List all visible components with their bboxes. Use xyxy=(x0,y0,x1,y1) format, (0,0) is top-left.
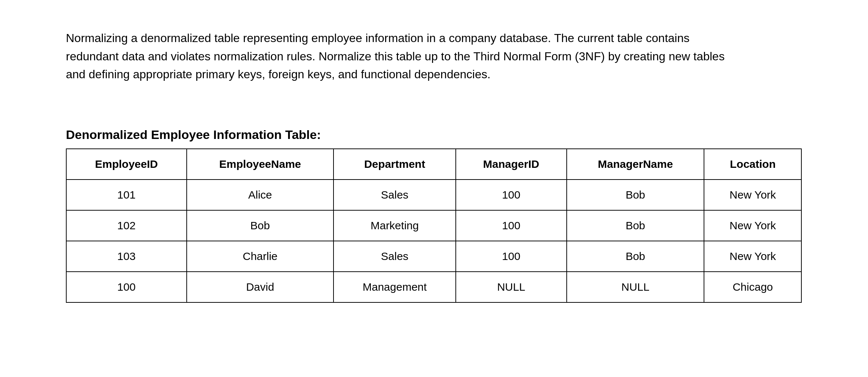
table-cell-department: Sales xyxy=(334,180,456,210)
table-cell-location: Chicago xyxy=(704,272,801,302)
table-cell-employeename: Alice xyxy=(187,180,334,210)
table-cell-department: Management xyxy=(334,272,456,302)
table-cell-managerid: 100 xyxy=(456,210,567,241)
table-cell-department: Marketing xyxy=(334,210,456,241)
table-cell-location: New York xyxy=(704,180,801,210)
col-header-department: Department xyxy=(334,149,456,180)
table-cell-managername: Bob xyxy=(567,210,704,241)
table-header-row: EmployeeID EmployeeName Department Manag… xyxy=(66,149,801,180)
table-cell-employeeid: 102 xyxy=(66,210,187,241)
table-row: 102BobMarketing100BobNew York xyxy=(66,210,801,241)
col-header-employeename: EmployeeName xyxy=(187,149,334,180)
col-header-managername: ManagerName xyxy=(567,149,704,180)
table-row: 103CharlieSales100BobNew York xyxy=(66,241,801,272)
col-header-managerid: ManagerID xyxy=(456,149,567,180)
table-cell-employeename: David xyxy=(187,272,334,302)
table-cell-managerid: 100 xyxy=(456,180,567,210)
table-section: Denormalized Employee Information Table:… xyxy=(66,128,802,303)
description-text: Normalizing a denormalized table represe… xyxy=(66,29,725,84)
col-header-employeeid: EmployeeID xyxy=(66,149,187,180)
employee-table: EmployeeID EmployeeName Department Manag… xyxy=(66,148,802,303)
table-title: Denormalized Employee Information Table: xyxy=(66,128,802,142)
table-cell-employeeid: 100 xyxy=(66,272,187,302)
table-cell-employeename: Bob xyxy=(187,210,334,241)
col-header-location: Location xyxy=(704,149,801,180)
table-cell-employeeid: 103 xyxy=(66,241,187,272)
table-cell-managerid: 100 xyxy=(456,241,567,272)
table-cell-managername: Bob xyxy=(567,241,704,272)
table-cell-location: New York xyxy=(704,241,801,272)
table-cell-employeename: Charlie xyxy=(187,241,334,272)
table-cell-managerid: NULL xyxy=(456,272,567,302)
table-cell-managername: Bob xyxy=(567,180,704,210)
table-cell-location: New York xyxy=(704,210,801,241)
table-cell-employeeid: 101 xyxy=(66,180,187,210)
table-row: 100DavidManagementNULLNULLChicago xyxy=(66,272,801,302)
table-cell-department: Sales xyxy=(334,241,456,272)
table-row: 101AliceSales100BobNew York xyxy=(66,180,801,210)
table-cell-managername: NULL xyxy=(567,272,704,302)
